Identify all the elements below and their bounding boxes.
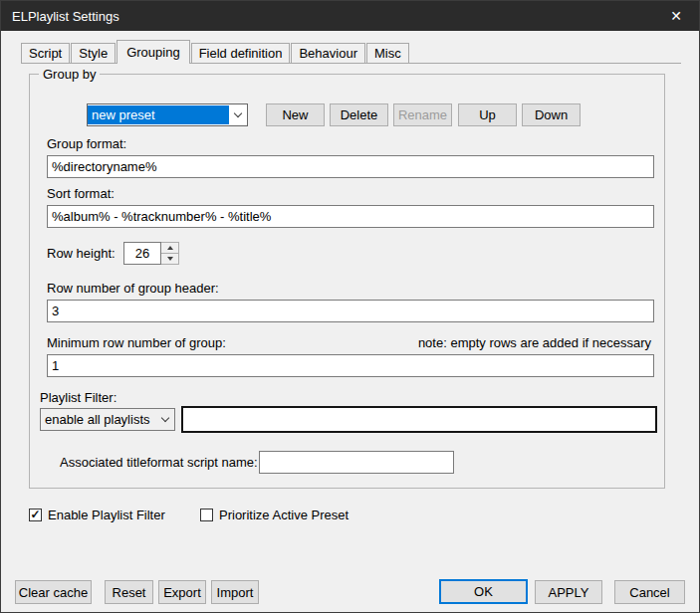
tab-style[interactable]: Style [71,43,116,63]
playlist-filter-label: Playlist Filter: [40,390,117,405]
playlist-filter-mode-value: enable all playlists [41,410,156,429]
rename-button: Rename [393,103,452,126]
group-format-input[interactable] [47,155,654,178]
min-rows-note: note: empty rows are added if necessary [418,335,651,350]
new-button[interactable]: New [266,103,325,126]
group-by-groupbox: Group by new preset New Delete Rename Up… [29,74,665,489]
import-button[interactable]: Import [211,580,259,604]
up-button[interactable]: Up [458,103,517,126]
assoc-script-label: Associated titleformat script name: [60,455,258,470]
groupbox-legend: Group by [39,67,100,82]
tab-grouping[interactable]: Grouping [117,40,189,64]
dialog-window: ELPlaylist Settings ✕ Script Style Group… [0,0,700,613]
tab-script[interactable]: Script [21,43,70,63]
up-arrow-icon [167,246,173,250]
down-button[interactable]: Down [522,103,581,126]
clear-cache-button[interactable]: Clear cache [15,580,92,604]
checkbox-box [200,509,213,521]
min-rows-label: Minimum row number of group: [47,335,226,350]
tab-misc[interactable]: Misc [366,43,409,63]
tab-field-definition[interactable]: Field definition [191,43,291,63]
tab-behaviour[interactable]: Behaviour [291,43,365,63]
checkbox-label: Enable Playlist Filter [48,508,165,522]
preset-combobox-value: new preset [88,105,229,124]
playlist-filter-mode-combobox[interactable]: enable all playlists [40,408,175,431]
close-icon: ✕ [670,8,682,24]
tabstrip: Script Style Grouping Field definition B… [21,39,410,64]
cancel-button[interactable]: Cancel [614,580,685,604]
min-rows-input[interactable] [47,354,654,377]
chevron-down-icon [229,104,247,125]
apply-button[interactable]: APPLY [535,580,602,604]
row-height-spin-up-button[interactable] [161,242,179,254]
window-title: ELPlaylist Settings [1,9,119,24]
sort-format-input[interactable] [47,205,654,228]
delete-button[interactable]: Delete [330,103,388,126]
export-button[interactable]: Export [158,580,206,604]
titlebar: ELPlaylist Settings ✕ [1,1,699,31]
header-rows-input[interactable] [47,300,654,322]
enable-playlist-filter-checkbox[interactable]: Enable Playlist Filter [29,508,165,522]
checkbox-box [29,509,42,521]
chevron-down-icon [156,409,174,430]
reset-button[interactable]: Reset [105,580,153,604]
row-height-input[interactable] [123,242,161,265]
down-arrow-icon [167,257,173,261]
ok-button[interactable]: OK [439,579,528,604]
sort-format-label: Sort format: [47,186,115,201]
row-height-label: Row height: [47,246,116,261]
header-rows-label: Row number of group header: [47,281,219,296]
group-format-label: Group format: [47,136,126,151]
assoc-script-input[interactable] [259,451,454,474]
preset-combobox[interactable]: new preset [87,103,248,126]
prioritize-active-preset-checkbox[interactable]: Prioritize Active Preset [200,508,349,522]
row-height-spin-down-button[interactable] [161,254,179,265]
checkbox-label: Prioritize Active Preset [219,508,349,522]
close-button[interactable]: ✕ [653,1,699,31]
playlist-filter-input[interactable] [181,406,657,433]
